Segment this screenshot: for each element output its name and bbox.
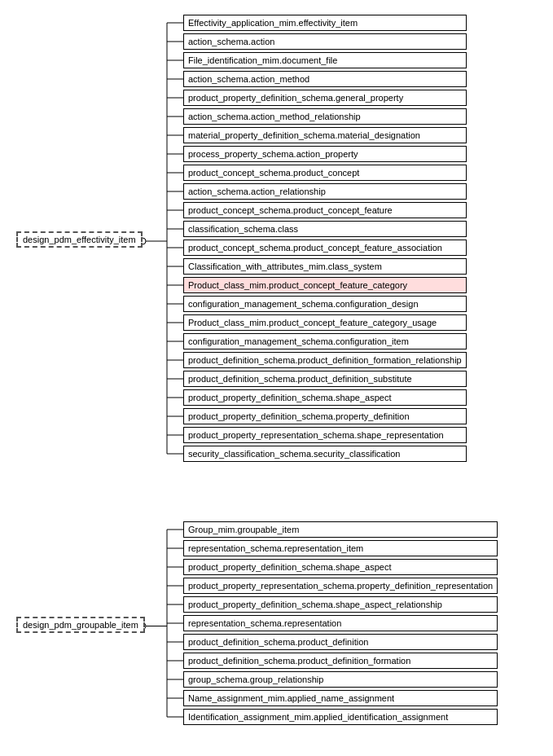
right-node: group_schema.group_relationship [183, 671, 498, 688]
diagram: design_pdm_effectivity_itemEffectivity_a… [0, 0, 553, 756]
right-node: product_property_definition_schema.shape… [183, 389, 467, 406]
group-groupable: design_pdm_groupable_itemGroup_mim.group… [8, 515, 545, 745]
right-node: action_schema.action_method [183, 71, 467, 87]
group-effectivity: design_pdm_effectivity_itemEffectivity_a… [8, 8, 545, 482]
right-node: process_property_schema.action_property [183, 146, 467, 162]
right-node: product_concept_schema.product_concept_f… [183, 202, 467, 218]
right-node: Identification_assignment_mim.applied_id… [183, 709, 498, 725]
right-node: material_property_definition_schema.mate… [183, 127, 467, 143]
right-node: security_classification_schema.security_… [183, 446, 467, 462]
right-node: product_definition_schema.product_defini… [183, 653, 498, 669]
right-node: classification_schema.class [183, 221, 467, 237]
right-node: Product_class_mim.product_concept_featur… [183, 314, 467, 331]
right-node: Name_assignment_mim.applied_name_assignm… [183, 690, 498, 706]
right-node: product_definition_schema.product_defini… [183, 352, 467, 368]
right-node: Group_mim.groupable_item [183, 521, 498, 538]
right-node: Classification_with_attributes_mim.class… [183, 258, 467, 275]
right-node: product_property_representation_schema.s… [183, 427, 467, 443]
right-node: action_schema.action [183, 33, 467, 50]
right-node: File_identification_mim.document_file [183, 52, 467, 68]
right-node: product_definition_schema.product_defini… [183, 634, 498, 650]
left-node-effectivity: design_pdm_effectivity_item [16, 231, 143, 248]
right-node: action_schema.action_relationship [183, 183, 467, 200]
right-node: representation_schema.representation_ite… [183, 540, 498, 556]
right-node: product_concept_schema.product_concept [183, 165, 467, 181]
right-node: product_property_definition_schema.shape… [183, 596, 498, 613]
left-node-groupable: design_pdm_groupable_item [16, 617, 145, 633]
right-node: Effectivity_application_mim.effectivity_… [183, 15, 467, 31]
right-node: product_property_definition_schema.prope… [183, 408, 467, 424]
right-node: configuration_management_schema.configur… [183, 333, 467, 349]
right-node: representation_schema.representation [183, 615, 498, 631]
right-node: configuration_management_schema.configur… [183, 296, 467, 312]
right-node: product_definition_schema.product_defini… [183, 371, 467, 387]
right-node: action_schema.action_method_relationship [183, 108, 467, 125]
right-node: product_property_definition_schema.shape… [183, 559, 498, 575]
right-node: product_property_representation_schema.p… [183, 578, 498, 594]
right-node: product_property_definition_schema.gener… [183, 90, 467, 106]
right-node: Product_class_mim.product_concept_featur… [183, 277, 467, 293]
right-node: product_concept_schema.product_concept_f… [183, 240, 467, 256]
